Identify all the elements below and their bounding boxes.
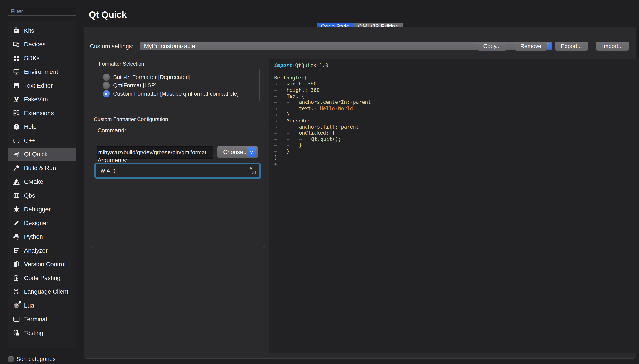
radio-selected-icon[interactable]	[103, 90, 110, 98]
code-style-preview: import·QtQuick·1.0Rectangle·{→width:·360…	[269, 59, 639, 352]
sidebar-item-extensions[interactable]: Extensions	[8, 106, 76, 120]
sidebar-item-devices[interactable]: Devices	[8, 38, 76, 52]
code-string: "Hello	[317, 106, 335, 111]
sort-categories-label: Sort categories	[16, 356, 56, 362]
tab-marker-icon: →	[274, 87, 286, 93]
whitespace-dot: ·	[335, 106, 338, 111]
testing-icon	[12, 329, 21, 337]
code-token: Text	[286, 93, 298, 99]
insert-variable-icon[interactable]: A ↳B	[248, 165, 257, 176]
language-client-icon: <>	[12, 288, 21, 296]
whitespace-dot: ·	[301, 75, 304, 80]
sidebar-item-environment[interactable]: Environment	[8, 65, 76, 79]
command-input[interactable]	[97, 146, 213, 159]
code-token: text:	[299, 106, 314, 111]
whitespace-dot: ·	[292, 62, 295, 68]
copy-button[interactable]: Copy...	[477, 42, 507, 51]
code-token: MouseArea	[286, 118, 314, 124]
whitespace-dot: ·	[298, 93, 301, 99]
settings-action-buttons: Copy...RemoveExport...Import...	[477, 42, 630, 51]
sidebar-item-label: Qbs	[24, 192, 35, 199]
radio-unselected-icon[interactable]	[103, 82, 110, 89]
page-title: Qt Quick	[89, 10, 127, 20]
sort-categories-row: Sort categories	[8, 356, 56, 362]
whitespace-dot: ·	[314, 106, 317, 111]
remove-button[interactable]: Remove	[514, 42, 547, 51]
sort-categories-checkbox[interactable]	[8, 356, 14, 362]
whitespace-dot: ·	[338, 124, 341, 130]
code-string: World"	[338, 106, 356, 111]
devices-icon	[12, 40, 21, 48]
sidebar-item-label: Version Control	[24, 261, 65, 268]
code-token: }	[286, 148, 290, 154]
tab-marker-icon: →	[286, 136, 299, 142]
sidebar-item-debugger[interactable]: Debugger	[8, 202, 76, 216]
lua-icon: Lua	[12, 302, 21, 310]
qt-quick-icon	[12, 150, 21, 158]
sidebar-item-sdks[interactable]: SDKs	[8, 51, 76, 65]
sdks-icon	[12, 54, 21, 62]
sidebar-item-cmake[interactable]: CMake	[8, 175, 76, 189]
code-line: →→anchors.fill:·parent	[274, 124, 639, 130]
arguments-input[interactable]	[97, 165, 249, 176]
sidebar-item-version-control[interactable]: Version Control	[8, 258, 76, 272]
sidebar-item-qbs[interactable]: Qbs	[8, 189, 76, 202]
sidebar-item-python[interactable]: Python	[8, 230, 76, 244]
qml-code-preview: import·QtQuick·1.0Rectangle·{→width:·360…	[269, 59, 639, 167]
sidebar-item-fakevim[interactable]: FakeFakeVim	[8, 92, 76, 106]
radio-built-in-formatter-deprecated[interactable]: Built-In Formatter [Deprecated]	[103, 73, 259, 81]
export-button[interactable]: Export...	[555, 42, 588, 51]
sidebar-item-label: Analyzer	[24, 247, 48, 254]
choose-button[interactable]: Choose... v	[217, 146, 258, 158]
sidebar-item-label: Build & Run	[24, 165, 56, 172]
tab-marker-icon: →	[286, 130, 299, 136]
code-token: {	[332, 130, 335, 136]
sidebar-item-qt-quick[interactable]: Qt Quick	[8, 148, 76, 162]
tab-marker-icon: →	[286, 142, 299, 148]
cmake-icon	[12, 178, 21, 186]
code-token: parent	[353, 99, 371, 105]
sidebar-item-analyzer[interactable]: Analyzer	[8, 244, 76, 258]
code-line: →→text:·"Hello·World"	[274, 106, 639, 112]
code-token: Rectangle	[274, 75, 301, 80]
tab-marker-icon: →	[286, 124, 299, 130]
tab-marker-icon: →	[274, 93, 286, 99]
code-token: 360	[311, 87, 320, 93]
svg-text:<>: <>	[16, 291, 20, 294]
import-button[interactable]: Import...	[596, 42, 629, 51]
code-token: 1.0	[319, 62, 328, 68]
sidebar-item-language-client[interactable]: <>Language Client	[8, 285, 76, 299]
sidebar-item-code-pasting[interactable]: Code Pasting	[8, 271, 76, 285]
sidebar-item-testing[interactable]: Testing	[8, 326, 76, 340]
sidebar-item-build-run[interactable]: Build & Run	[8, 161, 76, 175]
sidebar-item-label: Python	[24, 233, 43, 240]
tab-marker-icon: →	[274, 99, 286, 105]
filter-input[interactable]	[8, 7, 76, 16]
sidebar-item-label: Debugger	[24, 206, 51, 213]
sidebar-item-label: Code Pasting	[24, 274, 61, 282]
sidebar-item-lua[interactable]: LuaLua	[8, 299, 76, 312]
code-token: Qt.quit();	[311, 136, 341, 142]
sidebar-item-kits[interactable]: Kits	[8, 24, 76, 38]
sidebar-item-text-editor[interactable]: Text Editor	[8, 79, 76, 92]
sidebar-item-help[interactable]: ?Help	[8, 120, 76, 134]
help-icon: ?	[12, 123, 21, 131]
code-token: {	[301, 93, 304, 99]
command-label: Command:	[98, 127, 126, 134]
radio-qmlformat-lsp[interactable]: QmlFormat [LSP]	[103, 81, 259, 90]
sidebar-item-terminal[interactable]: Terminal	[8, 312, 76, 326]
arguments-field-focus-ring: A ↳B	[96, 164, 259, 178]
radio-unselected-icon[interactable]	[103, 74, 110, 81]
sidebar-item-label: CMake	[24, 178, 43, 185]
sidebar-item-designer[interactable]: Designer	[8, 216, 76, 230]
sidebar-item-c[interactable]: { }C++	[8, 134, 76, 148]
sidebar-item-label: Designer	[24, 220, 48, 226]
code-token: parent	[341, 124, 359, 130]
formatter-selection-group: Built-In Formatter [Deprecated]QmlFormat…	[95, 68, 260, 102]
chevron-down-icon[interactable]: v	[247, 147, 256, 157]
svg-text:Fake: Fake	[14, 101, 19, 103]
sidebar-item-label: Help	[24, 123, 37, 130]
radio-custom-formatter-must-be-qmlformat-compatible[interactable]: Custom Formatter [Must be qmlformat comp…	[103, 90, 259, 98]
terminal-icon	[12, 315, 21, 323]
code-line: import·QtQuick·1.0	[274, 62, 639, 68]
